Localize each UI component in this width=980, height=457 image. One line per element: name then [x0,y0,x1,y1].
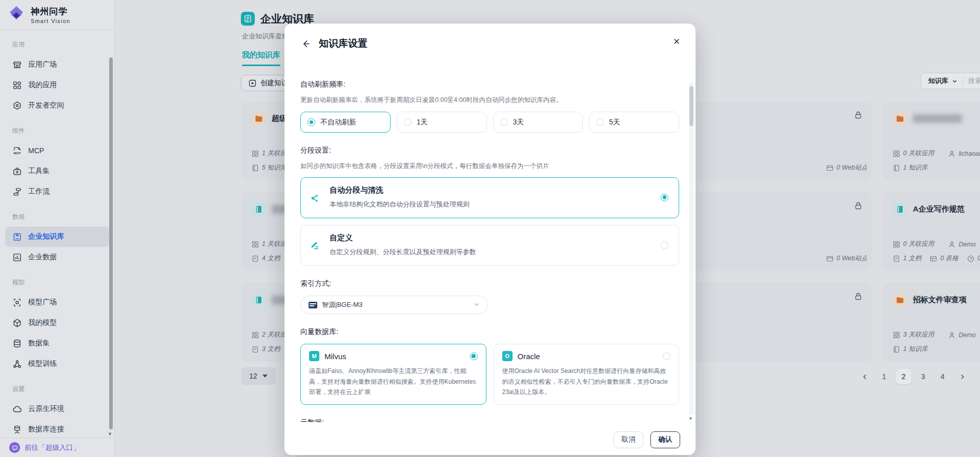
radio-on-icon[interactable] [470,352,478,360]
confirm-button[interactable]: 确认 [650,431,680,448]
custom-edit-icon [309,240,322,254]
radio-off-icon [596,118,604,126]
screen: 神州问学 Smart Vision 应用 应用广场 我的应用 开发者空间 组件 … [0,0,980,457]
milvus-name: Milvus [324,352,346,361]
refresh-option-5day[interactable]: 5天 [589,112,679,133]
refresh-option-3day[interactable]: 3天 [493,112,583,133]
radio-on-icon[interactable] [661,194,668,201]
index-method-select[interactable]: 智源|BGE-M3 [300,296,488,314]
segment-option-custom[interactable]: 自定义 自定义分段规则、分段长度以及预处理规则等参数 [300,225,679,266]
index-method-label: 索引方式: [300,279,679,288]
vector-db-label: 向量数据库: [300,327,679,337]
modal-body: 自动刷新频率: 更新自动刷新频率后，系统将于新周期次日凌晨0:00至4:00时段… [284,74,688,422]
refresh-frequency-desc: 更新自动刷新频率后，系统将于新周期次日凌晨0:00至4:00时段内自动同步您的知… [300,96,679,105]
modal-scroll-down-icon[interactable]: ▼ [688,416,693,421]
vector-db-options: M Milvus 涵盖如Faiss、Annoy和hnswlib等主流第三方索引库… [300,344,679,405]
baai-logo-icon [309,302,317,308]
refresh-option-1day[interactable]: 1天 [397,112,487,133]
back-button[interactable] [300,38,311,49]
segment-settings-label: 分段设置: [300,146,679,155]
vector-db-milvus[interactable]: M Milvus 涵盖如Faiss、Annoy和hnswlib等主流第三方索引库… [300,344,486,405]
kb-settings-modal: 知识库设置 ✕ 自动刷新频率: 更新自动刷新频率后，系统将于新周期次日凌晨0:0… [284,24,696,455]
radio-off-icon [404,118,412,126]
chevron-down-icon [474,301,480,309]
refresh-options: 不自动刷新 1天 3天 5天 [300,112,679,133]
modal-scrollbar-thumb[interactable] [689,86,693,126]
metadata-label: 元数据: [300,418,679,422]
radio-on-icon [308,118,315,126]
segment-auto-title: 自动分段与清洗 [330,185,654,195]
refresh-option-none[interactable]: 不自动刷新 [300,112,391,133]
segment-custom-desc: 自定义分段规则、分段长度以及预处理规则等参数 [330,247,654,257]
milvus-desc: 涵盖如Faiss、Annoy和hnswlib等主流第三方索引库，性能高，支持对海… [309,366,478,398]
segment-auto-desc: 本地非结构化文档的自动分段设置与预处理规则 [330,200,654,209]
oracle-name: Oracle [518,352,540,361]
segment-option-auto[interactable]: 自动分段与清洗 本地非结构化文档的自动分段设置与预处理规则 [300,177,679,218]
oracle-logo-icon: O [502,351,513,361]
modal-scrollbar-track[interactable] [689,82,693,415]
modal-title: 知识库设置 [319,37,368,50]
oracle-desc: 使用Oracle AI Vector Search对任意数据进行向量存储和高效的… [502,366,671,398]
vector-db-oracle[interactable]: O Oracle 使用Oracle AI Vector Search对任意数据进… [494,344,680,405]
auto-segment-icon [309,193,322,206]
segment-settings-desc: 如同步的知识库中包含表格，分段设置采用\n分段模式，每行数据会单独保存为一个切片 [300,162,679,171]
modal-footer: 取消 确认 [284,424,696,455]
refresh-frequency-label: 自动刷新频率: [300,80,679,89]
segment-custom-title: 自定义 [330,233,654,243]
close-icon[interactable]: ✕ [670,35,683,48]
cancel-button[interactable]: 取消 [614,431,643,448]
radio-off-icon[interactable] [663,352,670,360]
radio-off-icon [500,118,508,126]
radio-off-icon[interactable] [661,241,668,249]
milvus-logo-icon: M [309,351,319,361]
